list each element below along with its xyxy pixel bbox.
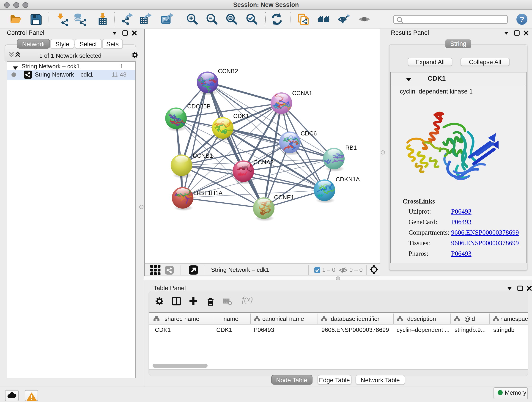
svg-text:CCNA1: CCNA1 (292, 89, 312, 96)
svg-text:HIST1H1A: HIST1H1A (194, 190, 223, 196)
svg-text:CCNE1: CCNE1 (274, 194, 294, 201)
svg-text:CDKN1A: CDKN1A (336, 176, 360, 183)
svg-text:RB1: RB1 (345, 144, 357, 151)
svg-text:CCNB2: CCNB2 (218, 68, 238, 75)
svg-text:CCNA2: CCNA2 (253, 159, 273, 166)
svg-text:?: ? (520, 15, 525, 24)
svg-text:CDC6: CDC6 (301, 130, 317, 137)
svg-text:CDK1: CDK1 (233, 113, 249, 119)
svg-text:CDC25B: CDC25B (187, 103, 211, 110)
svg-text:CCNB1: CCNB1 (193, 152, 213, 159)
